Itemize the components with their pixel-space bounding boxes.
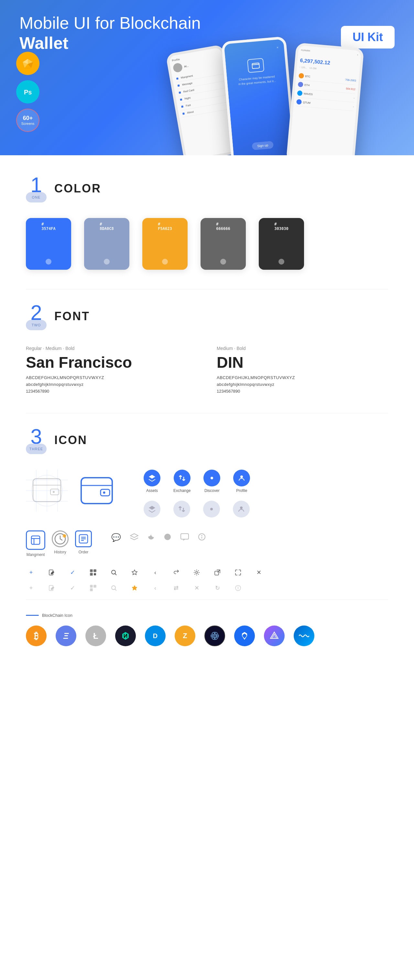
icon-section-header: 3 THREE ICON	[26, 426, 388, 454]
font-section-number: 2 TWO	[26, 302, 46, 330]
icon-section-title: ICON	[54, 433, 88, 447]
info-circle-icon-gray	[233, 583, 243, 593]
prism-icon[interactable]	[264, 625, 285, 646]
screens-badge: 60+ Screens	[16, 109, 40, 132]
layers-icon	[130, 533, 139, 542]
icon-wireframe-container	[26, 469, 68, 512]
star-icon[interactable]	[129, 567, 140, 578]
svg-rect-52	[91, 574, 92, 575]
checkmark-icon[interactable]: ✓	[67, 567, 78, 578]
discover-circle-gray	[203, 501, 220, 517]
history-box: !	[52, 530, 68, 547]
phone-right: myWallet+ 6,297,502.12 ↑ 120...12-298 BT…	[286, 43, 364, 155]
checkmark-icon-gray: ✓	[67, 583, 78, 593]
moon-icon	[148, 533, 154, 542]
management-label: Mangment	[27, 552, 45, 557]
document-edit-icon[interactable]	[46, 567, 57, 578]
svg-rect-49	[95, 574, 96, 575]
x-icon-gray: ✕	[191, 583, 202, 593]
assets-circle	[143, 469, 161, 487]
color-swatch-blue[interactable]: #3574FA	[26, 218, 71, 270]
svg-text:Ps: Ps	[24, 89, 32, 96]
font1-weights: Regular · Medium · Bold	[26, 346, 197, 351]
hero-section: Mobile UI for Blockchain Wallet UI Kit P…	[0, 0, 414, 155]
settings-icon[interactable]	[191, 567, 202, 578]
color-swatch-dark[interactable]: #303030	[259, 218, 304, 270]
svg-rect-38	[181, 534, 189, 539]
nav-icon-profile-gray	[233, 501, 250, 517]
nav-icon-profile[interactable]: Profile	[233, 469, 250, 493]
phone-center: ✕ Character may be mastered in the great…	[221, 36, 296, 155]
gray-utility-icons: 💬	[111, 533, 206, 542]
search-icon[interactable]	[109, 567, 119, 578]
icon-management[interactable]: Mangment	[26, 530, 45, 557]
phones-mockup: Profile AI... Mangment Message Red Card	[168, 29, 414, 155]
wallet-filled-icon	[76, 469, 118, 512]
grid-icon[interactable]	[204, 625, 225, 646]
search-icon-gray	[109, 583, 119, 593]
icon-small-row-1: + ✓	[26, 567, 388, 578]
hero-title-bold: Wallet	[19, 33, 68, 52]
profile-circle-gray	[233, 501, 250, 517]
icon-order[interactable]: Order	[75, 530, 92, 554]
color-section-title: COLOR	[54, 182, 101, 195]
order-label: Order	[79, 550, 89, 554]
color-swatches: #3574FA #8DA0C8 #F5A623 #666666 #303030	[26, 218, 388, 270]
nuls-icon[interactable]	[115, 625, 136, 646]
color-swatch-gray[interactable]: #666666	[201, 218, 246, 270]
svg-point-26	[240, 506, 243, 509]
document-edit-icon-gray	[46, 583, 57, 593]
nav-icon-discover[interactable]: Discover	[204, 469, 220, 493]
back-icon[interactable]: ‹	[150, 567, 161, 578]
share-icon[interactable]	[171, 567, 181, 578]
external-link-icon[interactable]	[212, 567, 223, 578]
back-icon-gray: ‹	[150, 583, 161, 593]
color-swatch-slate[interactable]: #8DA0C8	[84, 218, 129, 270]
svg-text:!: !	[64, 535, 64, 538]
icon-history[interactable]: ! History	[52, 530, 68, 554]
color-number-label: ONE	[26, 192, 46, 202]
redo-icon-gray: ↻	[212, 583, 223, 593]
close-icon[interactable]: ✕	[253, 567, 264, 578]
expand-icon[interactable]	[233, 567, 243, 578]
color-swatch-amber[interactable]: #F5A623	[142, 218, 188, 270]
waves-icon[interactable]	[294, 625, 314, 646]
blockchain-label-text: BlockChain Icon	[42, 613, 72, 618]
svg-point-37	[164, 534, 171, 540]
font1-uppercase: ABCDEFGHIJKLMNOPQRSTUVWXYZ	[26, 375, 197, 380]
font-grid: Regular · Medium · Bold San Francisco AB…	[26, 346, 388, 394]
icon-grid-top: Assets Exchange	[26, 469, 388, 517]
qr-icon[interactable]	[88, 567, 98, 578]
ethereum-icon[interactable]: Ξ	[56, 625, 76, 646]
font-din: Medium · Bold DIN ABCDEFGHIJKLMNOPQRSTUV…	[217, 346, 388, 394]
svg-rect-64	[94, 586, 96, 587]
qr-icon-gray	[88, 583, 98, 593]
history-label: History	[54, 550, 66, 554]
font1-numbers: 1234567890	[26, 389, 197, 394]
icon-number-label: THREE	[26, 444, 46, 454]
svg-marker-55	[132, 570, 137, 575]
nav-icon-exchange[interactable]: Exchange	[174, 469, 191, 493]
svg-rect-50	[91, 570, 92, 571]
dash-icon[interactable]: D	[145, 625, 166, 646]
svg-line-54	[115, 574, 117, 575]
litecoin-icon[interactable]: Ł	[85, 625, 106, 646]
screens-label: Screens	[21, 122, 34, 126]
color-section-number: 1 ONE	[26, 175, 46, 202]
font2-lowercase: abcdefghijklmnopqrstuvwxyz	[217, 382, 388, 387]
star-icon-filled	[129, 583, 140, 593]
svg-rect-46	[94, 573, 95, 574]
exchange-label: Exchange	[174, 488, 191, 493]
exchange-circle	[174, 469, 191, 487]
icon-nav-row-top: Assets Exchange	[143, 469, 250, 493]
lisk-icon[interactable]	[234, 625, 255, 646]
svg-rect-51	[94, 570, 96, 571]
main-content: 1 ONE COLOR #3574FA #8DA0C8 #F5A623 #666…	[0, 155, 414, 685]
bitcoin-icon[interactable]: ₿	[26, 625, 46, 646]
font-section-header: 2 TWO FONT	[26, 302, 388, 330]
font-san-francisco: Regular · Medium · Bold San Francisco AB…	[26, 346, 197, 394]
svg-rect-27	[31, 536, 40, 544]
plus-icon[interactable]: +	[26, 567, 36, 578]
nav-icon-assets[interactable]: Assets	[143, 469, 161, 493]
zcash-icon[interactable]: Z	[175, 625, 195, 646]
